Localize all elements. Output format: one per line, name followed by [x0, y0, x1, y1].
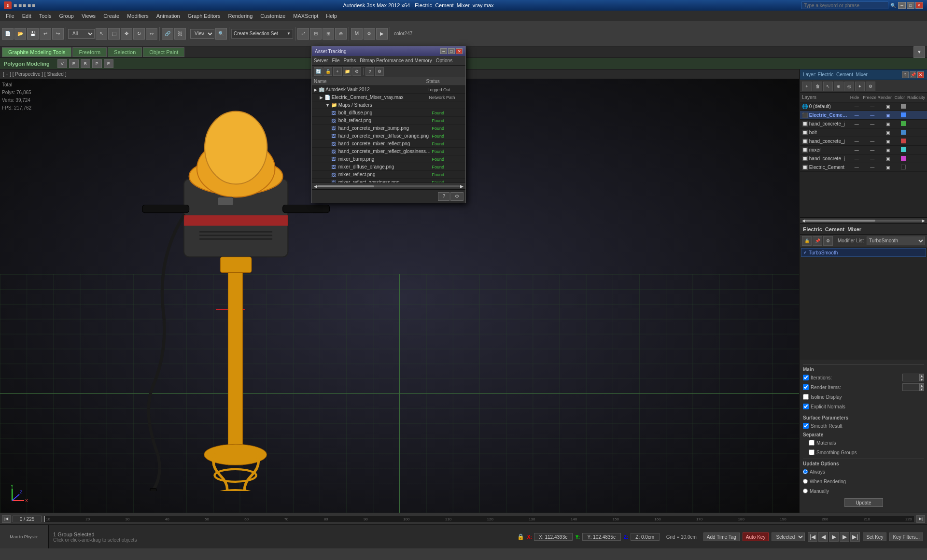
key-filters-btn[interactable]: Key Filters...: [889, 532, 923, 541]
render-btn[interactable]: ▶: [376, 28, 388, 40]
menu-create[interactable]: Create: [99, 12, 123, 20]
tab-selection[interactable]: Selection: [108, 47, 142, 57]
radio-when-rendering[interactable]: [803, 479, 808, 484]
close-button[interactable]: ✕: [915, 2, 923, 9]
ribbon-sub-btn-3[interactable]: B: [81, 59, 90, 68]
layer-row-concrete3[interactable]: 🔲 hand_concrete_j — — ▣: [800, 154, 927, 163]
layer-row-mixer[interactable]: 🔲 mixer — — ▣: [800, 146, 927, 154]
materials-checkbox[interactable]: [809, 440, 815, 446]
ribbon-sub-btn-4[interactable]: P: [92, 59, 102, 68]
iterations-up-btn[interactable]: ▲: [919, 374, 924, 378]
mod-pin-btn[interactable]: 📌: [813, 236, 822, 246]
layer-scroll-thumb[interactable]: [805, 220, 875, 222]
radio-manually[interactable]: [803, 489, 808, 493]
radio-always[interactable]: [803, 469, 808, 474]
menu-modifiers[interactable]: Modifiers: [123, 12, 153, 20]
snap-btn[interactable]: ⊕: [335, 28, 347, 40]
mod-lock-btn[interactable]: 🔒: [802, 236, 812, 246]
add-time-tag-btn[interactable]: Add Time Tag: [703, 532, 740, 541]
open-btn[interactable]: 📂: [14, 28, 26, 40]
create-selection-input[interactable]: [234, 30, 287, 38]
unlink-btn[interactable]: ⛓: [174, 28, 186, 40]
at-row-hand-diffuse[interactable]: 🖼 hand_concrete_mixer_diffuse_orange.png…: [312, 132, 465, 140]
iterations-input[interactable]: 0: [902, 374, 919, 381]
selection-filter-dropdown[interactable]: All: [68, 29, 95, 39]
layer-scroll-track[interactable]: [805, 220, 922, 222]
menu-group[interactable]: Group: [55, 12, 78, 20]
layer-delete-btn[interactable]: 🗑: [813, 82, 822, 91]
select-btn[interactable]: ↖: [96, 28, 107, 40]
zoom-btn[interactable]: 🔍: [215, 28, 227, 40]
menu-help[interactable]: Help: [322, 12, 341, 20]
menu-customize[interactable]: Customize: [256, 12, 289, 20]
ribbon-collapse-btn[interactable]: ▼: [913, 46, 925, 58]
move-btn[interactable]: ✥: [121, 28, 132, 40]
at-folder-btn[interactable]: 📁: [343, 67, 351, 76]
frame-next-btn[interactable]: ▶|: [916, 515, 925, 523]
at-row-maxfile[interactable]: ▶📄 Electric_Cement_Mixer_vray.max Networ…: [312, 94, 465, 101]
layer-row-concrete2[interactable]: 🔲 hand_concrete_j — — ▣: [800, 137, 927, 146]
layer-select-btn[interactable]: ↖: [823, 82, 833, 91]
x-value[interactable]: X: 112.4393c: [534, 533, 573, 541]
ribbon-sub-btn-2[interactable]: E: [69, 59, 79, 68]
at-scroll-right[interactable]: ▶: [460, 184, 464, 189]
z-value[interactable]: Z: 0.0cm: [631, 533, 660, 541]
at-add-btn[interactable]: +: [333, 67, 342, 76]
search-input[interactable]: [801, 1, 888, 9]
scroll-right-btn[interactable]: ▶: [922, 218, 925, 223]
layer-properties-btn[interactable]: ⚙: [866, 82, 875, 91]
render-items-up-btn[interactable]: ▲: [919, 383, 924, 387]
at-row-bolt-diffuse[interactable]: 🖼 bolt_diffuse.png Found: [312, 109, 465, 117]
play-btn[interactable]: ▶: [829, 532, 839, 542]
at-menu-paths[interactable]: Paths: [344, 58, 356, 63]
save-btn[interactable]: 💾: [27, 28, 39, 40]
rotate-btn[interactable]: ↻: [133, 28, 145, 40]
align-btn[interactable]: ⊟: [310, 28, 322, 40]
menu-animation[interactable]: Animation: [153, 12, 184, 20]
scroll-left-btn[interactable]: ◀: [802, 218, 805, 223]
maximize-button[interactable]: □: [907, 2, 914, 9]
at-row-maps[interactable]: ▼📁 Maps / Shaders: [312, 101, 465, 109]
render-items-input[interactable]: 2: [902, 383, 919, 391]
at-scroll-left[interactable]: ◀: [314, 184, 317, 189]
frame-current-input[interactable]: 0 / 225: [13, 516, 42, 522]
at-refresh-btn[interactable]: 🔄: [314, 67, 323, 76]
at-help-btn[interactable]: ?: [365, 67, 374, 76]
layer-row-electric[interactable]: ⬛ Electric_Cement_M... — — ▣: [800, 111, 927, 120]
ribbon-sub-btn-5[interactable]: E: [104, 59, 113, 68]
next-frame-btn[interactable]: ▶: [840, 532, 849, 542]
at-row-hand-gloss[interactable]: 🖼 hand_concrete_mixer_reflect_glossiness…: [312, 148, 465, 155]
at-row-mixer-bump[interactable]: 🖼 mixer_bump.png Found: [312, 155, 465, 163]
explicit-normals-checkbox[interactable]: [803, 404, 809, 409]
menu-graph-editors[interactable]: Graph Editors: [184, 12, 225, 20]
render-items-down-btn[interactable]: ▼: [919, 387, 924, 391]
isoline-checkbox[interactable]: [803, 394, 809, 400]
undo-btn[interactable]: ↩: [40, 28, 51, 40]
at-menu-bitmap[interactable]: Bitmap Performance and Memory: [360, 58, 432, 63]
at-settings-bottom-btn[interactable]: ⚙: [450, 192, 464, 201]
smooth-result-checkbox[interactable]: [803, 423, 809, 429]
prev-frame-btn[interactable]: ◀: [818, 532, 828, 542]
mirror-btn[interactable]: ⇌: [297, 28, 309, 40]
at-row-hand-reflect[interactable]: 🖼 hand_concrete_mixer_reflect.png Found: [312, 140, 465, 148]
select-region-btn[interactable]: ⬚: [108, 28, 120, 40]
modifier-list-dropdown[interactable]: TurboSmooth: [867, 237, 925, 245]
update-button[interactable]: Update: [844, 498, 883, 507]
goto-end-btn[interactable]: ▶|: [850, 532, 860, 542]
at-horizontal-scrollbar[interactable]: ◀ ▶: [312, 182, 465, 189]
menu-edit[interactable]: Edit: [18, 12, 35, 20]
layer-scrollbar[interactable]: ◀ ▶: [800, 217, 927, 223]
layer-row-bolt[interactable]: 🔲 bolt — — ▣: [800, 128, 927, 137]
tab-freeform[interactable]: Freeform: [72, 47, 107, 57]
frame-slider[interactable]: 10 20 30 40 50 60 70 80 90 100 110 120 1…: [43, 516, 914, 522]
at-menu-file[interactable]: File: [332, 58, 339, 63]
layer-row-concrete1[interactable]: 🔲 hand_concrete_j — — ▣: [800, 120, 927, 128]
at-row-mixer-reflect[interactable]: 🖼 mixer_reflect.png Found: [312, 171, 465, 179]
lock-icon[interactable]: 🔒: [517, 533, 524, 540]
at-options-btn[interactable]: ?: [438, 192, 449, 201]
set-key-btn[interactable]: Set Key: [863, 532, 886, 541]
mod-configure-btn[interactable]: ⚙: [823, 236, 833, 246]
at-close-btn[interactable]: ✕: [456, 48, 463, 54]
goto-start-btn[interactable]: |◀: [808, 532, 817, 542]
render-setup-btn[interactable]: ⚙: [364, 28, 375, 40]
